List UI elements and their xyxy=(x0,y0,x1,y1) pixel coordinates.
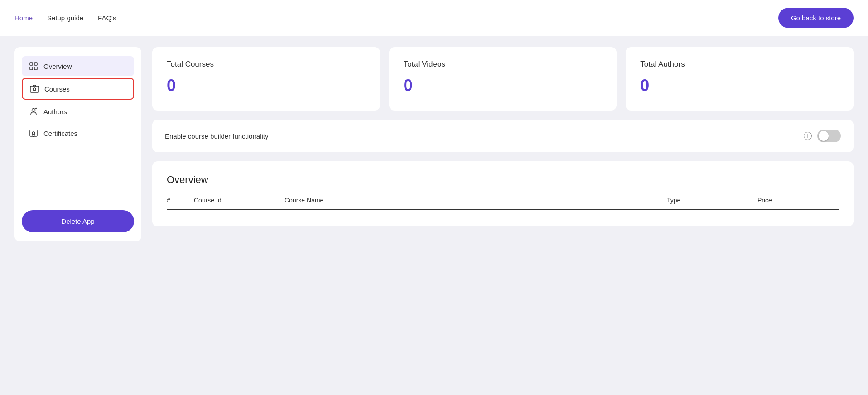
svg-point-7 xyxy=(32,109,35,112)
sidebar: Overview Courses Authors xyxy=(14,47,141,241)
svg-rect-1 xyxy=(30,67,33,70)
certificates-icon xyxy=(29,129,38,138)
nav-setup-guide[interactable]: Setup guide xyxy=(47,14,83,22)
stat-label-videos: Total Videos xyxy=(404,60,603,69)
svg-point-5 xyxy=(33,88,36,91)
sidebar-label-courses: Courses xyxy=(44,85,70,93)
authors-icon xyxy=(29,107,38,116)
stats-row: Total Courses 0 Total Videos 0 Total Aut… xyxy=(152,47,854,111)
col-header-course-id: Course Id xyxy=(194,197,285,204)
stat-card-authors: Total Authors 0 xyxy=(626,47,854,111)
stat-card-courses: Total Courses 0 xyxy=(152,47,380,111)
courses-table: # Course Id Course Name Type Price xyxy=(167,197,839,210)
svg-rect-3 xyxy=(34,67,37,70)
svg-rect-8 xyxy=(30,130,37,136)
toggle-label: Enable course builder functionality xyxy=(165,132,798,140)
col-header-type: Type xyxy=(667,197,757,204)
sidebar-item-overview[interactable]: Overview xyxy=(22,56,134,76)
nav-faqs[interactable]: FAQ's xyxy=(98,14,116,22)
svg-rect-2 xyxy=(34,63,37,65)
col-header-course-name: Course Name xyxy=(285,197,667,204)
main-container: Overview Courses Authors xyxy=(0,36,868,395)
overview-title: Overview xyxy=(167,174,839,186)
info-icon[interactable]: i xyxy=(804,132,812,140)
col-header-price: Price xyxy=(757,197,839,204)
stat-label-authors: Total Authors xyxy=(640,60,839,69)
table-header: # Course Id Course Name Type Price xyxy=(167,197,839,210)
header: Home Setup guide FAQ's Go back to store xyxy=(0,0,868,36)
overview-icon xyxy=(29,62,38,71)
sidebar-label-certificates: Certificates xyxy=(43,130,77,137)
svg-rect-0 xyxy=(30,63,33,65)
sidebar-item-certificates[interactable]: Certificates xyxy=(22,123,134,143)
sidebar-label-authors: Authors xyxy=(43,108,67,116)
nav-home[interactable]: Home xyxy=(14,14,33,22)
stat-card-videos: Total Videos 0 xyxy=(389,47,617,111)
course-builder-toggle[interactable] xyxy=(817,130,841,142)
sidebar-item-courses[interactable]: Courses xyxy=(22,78,134,100)
courses-icon xyxy=(30,84,39,93)
overview-section: Overview # Course Id Course Name Type Pr… xyxy=(152,161,854,226)
col-header-number: # xyxy=(167,197,194,204)
main-nav: Home Setup guide FAQ's xyxy=(14,14,778,22)
stat-value-videos: 0 xyxy=(404,76,603,95)
toggle-section: Enable course builder functionality i xyxy=(152,120,854,152)
stat-value-courses: 0 xyxy=(167,76,366,95)
stat-value-authors: 0 xyxy=(640,76,839,95)
content-area: Total Courses 0 Total Videos 0 Total Aut… xyxy=(152,47,854,384)
go-back-button[interactable]: Go back to store xyxy=(778,8,854,28)
svg-point-9 xyxy=(32,132,35,135)
sidebar-label-overview: Overview xyxy=(43,63,72,70)
stat-label-courses: Total Courses xyxy=(167,60,366,69)
sidebar-spacer xyxy=(22,145,134,199)
sidebar-item-authors[interactable]: Authors xyxy=(22,101,134,121)
delete-app-button[interactable]: Delete App xyxy=(22,210,134,232)
